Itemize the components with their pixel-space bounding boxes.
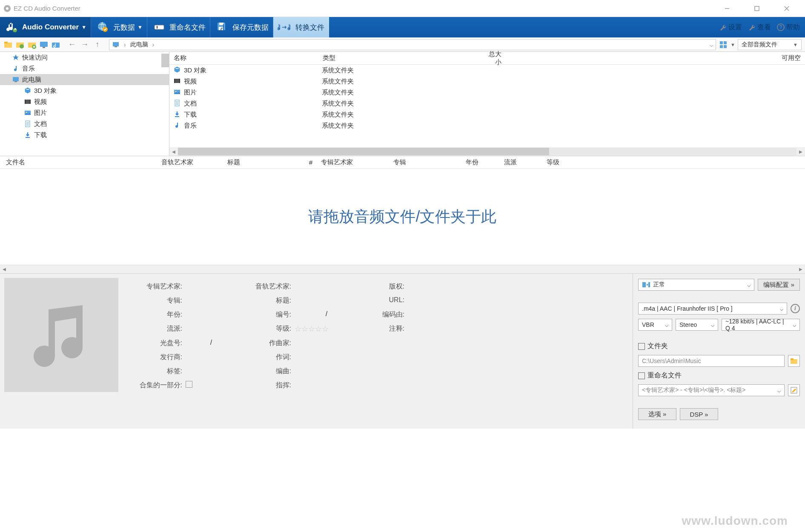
column-header-size[interactable]: 总大小 <box>480 50 506 66</box>
file-row[interactable]: 音乐系统文件夹 <box>169 120 805 131</box>
svg-rect-32 <box>724 45 727 48</box>
browse-folder-button[interactable] <box>788 355 800 367</box>
meta-label: 标题: <box>240 296 291 305</box>
meta-label: 注释: <box>362 324 404 334</box>
edit-pattern-button[interactable] <box>788 384 800 396</box>
column-header-free[interactable]: 可用空 <box>777 54 805 62</box>
compilation-checkbox[interactable] <box>186 381 192 388</box>
meta-label: 编号: <box>240 310 291 319</box>
tab-rename-file[interactable]: 重命名文件 <box>147 17 210 37</box>
svg-rect-34 <box>14 81 17 82</box>
breadcrumb[interactable]: › 此电脑 › ⌵ <box>109 39 716 50</box>
meta-label: 编码由: <box>362 310 404 319</box>
doc-icon <box>174 100 181 107</box>
svg-rect-12 <box>219 23 223 25</box>
folder-tree[interactable]: 快速访问音乐此电脑3D 对象视频图片文档下载 <box>0 52 169 156</box>
tab-audio-converter[interactable]: Audio Converter ▼ <box>0 17 91 37</box>
tab-label: 转换文件 <box>295 23 324 32</box>
settings-button[interactable]: 设置 <box>719 23 742 32</box>
column-header[interactable]: 流派 <box>500 158 542 166</box>
tab-save-metadata[interactable]: 保存元数据 <box>210 17 273 37</box>
svg-rect-25 <box>43 47 45 48</box>
meta-label: 指挥: <box>240 381 291 390</box>
album-art-placeholder[interactable] <box>4 278 118 392</box>
nav-forward-button[interactable]: → <box>80 40 89 49</box>
desktop-icon[interactable] <box>39 40 49 49</box>
tree-item[interactable]: 视频 <box>0 96 169 107</box>
options-button[interactable]: 选项 » <box>638 408 676 420</box>
rename-pattern-dropdown[interactable]: <专辑艺术家> - <专辑>\<编号>. <标题>⌵ <box>638 384 785 396</box>
horizontal-scrollbar[interactable]: ◄ ► <box>169 147 805 156</box>
nav-up-button[interactable]: ↑ <box>93 40 102 49</box>
tree-item[interactable]: 音乐 <box>0 63 169 74</box>
svg-rect-27 <box>113 42 119 46</box>
wrench-icon <box>719 23 727 31</box>
column-header[interactable]: 专辑 <box>389 158 461 166</box>
svg-rect-28 <box>115 46 117 47</box>
horizontal-scrollbar[interactable]: ◄ ► <box>0 265 805 273</box>
folder-view-icon[interactable] <box>15 40 25 49</box>
mode-dropdown[interactable]: VBR⌵ <box>638 319 672 331</box>
channels-dropdown[interactable]: Stereo⌵ <box>676 319 718 331</box>
format-dropdown[interactable]: .m4a | AAC | Fraunhofer IIS [ Pro ] ⌵ <box>638 303 787 315</box>
drop-zone[interactable]: 请拖放音频文件/文件夹于此 <box>0 169 805 265</box>
chevron-down-icon: ⌵ <box>747 281 751 288</box>
nav-back-button[interactable]: ← <box>67 40 77 49</box>
file-row[interactable]: 图片系统文件夹 <box>169 87 805 98</box>
file-row[interactable]: 视频系统文件夹 <box>169 76 805 87</box>
column-header[interactable]: 音轨艺术家 <box>157 158 223 166</box>
file-row[interactable]: 3D 对象系统文件夹 <box>169 65 805 76</box>
close-button[interactable] <box>778 2 795 15</box>
view-button[interactable]: 查看 <box>748 23 771 32</box>
column-header[interactable]: # <box>300 159 317 166</box>
folder-home-icon[interactable] <box>3 40 13 49</box>
edit-config-button[interactable]: 编辑配置 » <box>758 279 800 291</box>
column-header[interactable]: 标题 <box>223 158 300 166</box>
preset-dropdown[interactable]: 正常 ⌵ <box>638 279 754 291</box>
info-icon[interactable]: i <box>791 304 800 313</box>
meta-label: 版权: <box>362 282 404 291</box>
column-header[interactable]: 等级 <box>542 158 568 166</box>
file-row[interactable]: 文档系统文件夹 <box>169 98 805 109</box>
tree-item[interactable]: 此电脑 <box>0 74 169 85</box>
tab-label: 重命名文件 <box>169 23 206 32</box>
minimize-button[interactable] <box>719 2 736 15</box>
maximize-button[interactable] <box>748 2 765 15</box>
column-header-name[interactable]: 名称 <box>169 54 318 62</box>
rename-checkbox[interactable]: 重命名文件 <box>638 371 800 380</box>
folder-checkbox[interactable]: 文件夹 <box>638 342 800 351</box>
column-header-type[interactable]: 类型 <box>318 54 480 62</box>
column-header[interactable]: 年份 <box>461 158 500 166</box>
help-button[interactable]: ? 帮助 <box>777 23 800 32</box>
chevron-down-icon[interactable]: ⌵ <box>710 41 713 48</box>
tab-metadata[interactable]: 元数据 ▼ <box>91 17 147 37</box>
output-folder-input[interactable]: C:\Users\Admin\Music <box>638 355 785 367</box>
chevron-right-icon: › <box>152 41 155 48</box>
rating-stars[interactable]: ☆☆☆☆☆ <box>295 324 358 334</box>
save-metadata-icon <box>215 20 230 35</box>
column-header[interactable]: 专辑艺术家 <box>317 158 389 166</box>
svg-rect-55 <box>642 282 646 287</box>
quality-dropdown[interactable]: ~128 kbit/s | AAC-LC | Q 4⌵ <box>722 319 800 331</box>
meta-label: 年份: <box>127 310 182 319</box>
tree-item[interactable]: 快速访问 <box>0 52 169 63</box>
chevron-down-icon[interactable]: ▼ <box>731 42 735 47</box>
meta-label: 专辑: <box>127 296 182 305</box>
tree-item[interactable]: 文档 <box>0 118 169 129</box>
view-mode-button[interactable] <box>719 40 728 49</box>
tree-item[interactable]: 3D 对象 <box>0 85 169 96</box>
dsp-button[interactable]: DSP » <box>680 408 718 420</box>
meta-label: 作曲家: <box>240 339 291 348</box>
folder-add-icon[interactable] <box>27 40 37 49</box>
video-icon <box>174 77 181 85</box>
file-row[interactable]: 下载系统文件夹 <box>169 109 805 120</box>
music-folder-icon[interactable] <box>51 40 60 49</box>
breadcrumb-item[interactable]: 此电脑 <box>130 41 148 49</box>
meta-label: 光盘号: <box>127 339 182 348</box>
tree-item[interactable]: 图片 <box>0 107 169 118</box>
tree-item[interactable]: 下载 <box>0 129 169 140</box>
scrollbar-thumb[interactable] <box>161 54 169 67</box>
file-filter-dropdown[interactable]: 全部音频文件 ▼ <box>738 39 802 50</box>
tab-convert-file[interactable]: 转换文件 <box>273 17 329 37</box>
column-header[interactable]: 文件名 <box>2 158 157 166</box>
